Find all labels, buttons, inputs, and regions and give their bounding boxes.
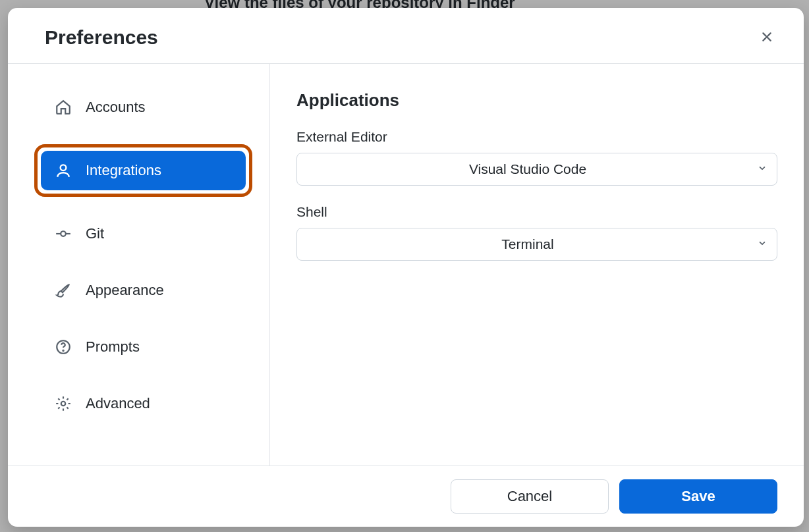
sidebar-item-label: Integrations [86, 162, 161, 179]
external-editor-label: External Editor [296, 129, 777, 145]
section-title: Applications [296, 90, 777, 111]
sidebar-item-label: Appearance [86, 282, 164, 299]
gear-icon [54, 394, 72, 413]
external-editor-select[interactable]: Visual Studio Code [296, 153, 777, 186]
cancel-button[interactable]: Cancel [451, 479, 609, 514]
svg-point-1 [61, 231, 66, 236]
svg-point-6 [61, 402, 66, 406]
close-button[interactable] [756, 27, 777, 48]
close-icon [759, 29, 775, 47]
external-editor-field: External Editor Visual Studio Code [296, 129, 777, 186]
shell-label: Shell [296, 204, 777, 220]
content-pane: Applications External Editor Visual Stud… [270, 64, 804, 466]
sidebar-item-label: Git [86, 225, 104, 242]
dialog-footer: Cancel Save [8, 466, 804, 527]
preferences-dialog: Preferences Accounts Integrations [8, 8, 804, 527]
page-title: Preferences [45, 26, 158, 49]
sidebar-item-label: Prompts [86, 338, 140, 356]
person-icon [54, 161, 72, 180]
svg-point-0 [61, 165, 67, 171]
home-icon [54, 98, 72, 117]
sidebar-item-advanced[interactable]: Advanced [41, 384, 246, 423]
git-commit-icon [54, 225, 72, 243]
sidebar-item-appearance[interactable]: Appearance [41, 271, 246, 310]
dialog-header: Preferences [8, 8, 804, 64]
sidebar-item-integrations[interactable]: Integrations [41, 151, 246, 190]
save-button[interactable]: Save [619, 479, 777, 514]
svg-point-5 [63, 350, 63, 351]
sidebar-item-git[interactable]: Git [41, 214, 246, 253]
shell-select[interactable]: Terminal [296, 228, 777, 261]
sidebar-item-highlight: Integrations [34, 144, 252, 197]
sidebar-item-accounts[interactable]: Accounts [41, 88, 246, 127]
question-circle-icon [54, 338, 72, 356]
sidebar: Accounts Integrations Git [8, 64, 270, 466]
sidebar-item-label: Accounts [86, 99, 146, 116]
dialog-body: Accounts Integrations Git [8, 64, 804, 466]
sidebar-item-prompts[interactable]: Prompts [41, 327, 246, 367]
paintbrush-icon [54, 281, 72, 300]
shell-field: Shell Terminal [296, 204, 777, 261]
sidebar-item-label: Advanced [86, 395, 150, 412]
